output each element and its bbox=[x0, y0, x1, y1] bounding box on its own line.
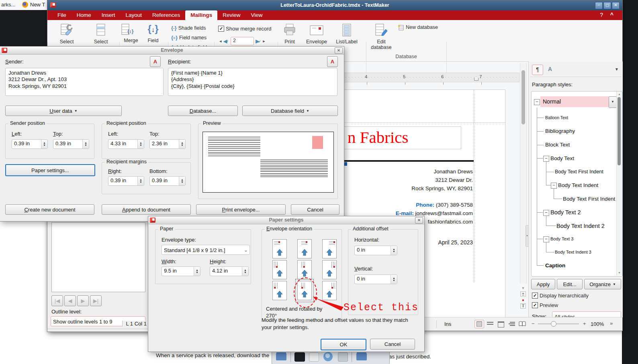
page-view-icon[interactable] bbox=[474, 320, 484, 328]
first-page-button[interactable]: |◀ bbox=[51, 295, 63, 306]
edit-database-button[interactable]: Edit database bbox=[369, 23, 393, 50]
print-envelope-button[interactable]: Print envelope... bbox=[196, 204, 286, 215]
zoom-slider[interactable] bbox=[538, 323, 579, 324]
styles-list-scrollbar[interactable]: ▲ ▼ bbox=[616, 92, 622, 275]
shade-fields-button[interactable]: {▪}Shade fields bbox=[171, 25, 206, 31]
create-new-document-button[interactable]: Create new document bbox=[5, 204, 94, 215]
horizontal-offset-spinner[interactable]: 0 in▲▼ bbox=[354, 246, 397, 255]
margin-bottom-spinner[interactable]: 0.39 in▲▼ bbox=[149, 176, 186, 186]
orientation-option-1[interactable] bbox=[272, 239, 287, 258]
style-item[interactable]: Caption bbox=[545, 262, 565, 268]
margin-right-spinner[interactable]: 0.39 in▲▼ bbox=[108, 176, 144, 186]
tab-file[interactable]: File bbox=[52, 10, 72, 20]
ribbon-collapse-icon[interactable]: ^ bbox=[610, 12, 613, 18]
height-spinner[interactable]: 4.12 in▲▼ bbox=[210, 266, 249, 276]
style-item[interactable]: Body Text Indent 3 bbox=[555, 250, 591, 254]
display-hierarchically-checkbox[interactable]: ✓Display hierarchically bbox=[532, 293, 589, 299]
browse-object2-icon[interactable]: Ŧ bbox=[520, 303, 526, 309]
folder2-icon[interactable] bbox=[356, 353, 367, 360]
style-item[interactable]: Body Text First Indent bbox=[555, 169, 603, 175]
preview-checkbox[interactable]: ✓Preview bbox=[532, 302, 558, 308]
new-tab-label[interactable]: New T bbox=[30, 2, 45, 8]
style-dropdown-button[interactable]: ▼ bbox=[609, 96, 617, 108]
globe-icon[interactable] bbox=[323, 352, 333, 361]
tab-references[interactable]: References bbox=[147, 10, 185, 20]
envelope-button[interactable]: Envelope bbox=[305, 23, 329, 45]
zoom-in-icon[interactable]: + bbox=[583, 321, 586, 327]
last-page-button[interactable]: ▶| bbox=[90, 295, 102, 306]
checkbox-checked-icon[interactable]: ✓ bbox=[532, 293, 538, 299]
spin-buttons-icon[interactable]: ▲▼ bbox=[137, 140, 144, 148]
select-records-button[interactable]: Select bbox=[55, 23, 78, 45]
sender-top-spinner[interactable]: 0.39 in▲▼ bbox=[53, 139, 89, 149]
outline-view-icon[interactable] bbox=[507, 320, 517, 328]
recipient-font-button[interactable]: A bbox=[327, 56, 338, 67]
style-item[interactable]: Normal bbox=[543, 98, 561, 105]
cancel-button[interactable]: Cancel bbox=[370, 339, 415, 350]
prev-page-button[interactable]: ◀ bbox=[64, 295, 76, 306]
append-to-document-button[interactable]: Append to document bbox=[102, 204, 191, 215]
character-style-mode-button[interactable]: A bbox=[545, 65, 555, 74]
record-number-input[interactable]: 2 bbox=[231, 37, 254, 45]
style-item[interactable]: Balloon Text bbox=[545, 115, 568, 120]
sender-textarea[interactable]: Jonathan Drews 3212 Dewar Dr., Apt. 103 … bbox=[5, 68, 164, 96]
tab-home[interactable]: Home bbox=[72, 10, 96, 20]
apply-button[interactable]: Apply bbox=[531, 279, 555, 289]
style-item[interactable]: Body Text 3 bbox=[550, 236, 573, 241]
browse-object-icon[interactable]: ± bbox=[520, 291, 526, 297]
next-page-button[interactable]: ▶ bbox=[77, 295, 89, 306]
spin-buttons-icon[interactable]: ▲▼ bbox=[391, 246, 397, 255]
vscroll-thumb[interactable] bbox=[521, 70, 525, 124]
tab-layout[interactable]: Layout bbox=[121, 10, 147, 20]
orientation-option-2[interactable] bbox=[297, 239, 312, 258]
organize-button[interactable]: Organize▼ bbox=[584, 279, 621, 289]
checkbox-checked-icon[interactable]: ✓ bbox=[532, 302, 538, 308]
database-button[interactable]: Database... bbox=[168, 106, 238, 116]
orientation-option-3[interactable] bbox=[322, 239, 337, 258]
status-more-icon[interactable]: » bbox=[610, 320, 613, 326]
sender-left-spinner[interactable]: 0.39 in▲▼ bbox=[12, 139, 48, 149]
close-icon[interactable]: ✕ bbox=[335, 47, 343, 54]
document-vscrollbar[interactable] bbox=[520, 63, 527, 284]
outline-pane[interactable] bbox=[51, 222, 145, 292]
style-item[interactable]: Bibliography bbox=[545, 128, 575, 134]
select-database-button[interactable]: Select bbox=[90, 23, 112, 45]
close-button[interactable]: ✕ bbox=[612, 2, 620, 9]
style-item[interactable]: Block Text bbox=[545, 142, 570, 148]
expander-icon[interactable]: − bbox=[543, 156, 549, 162]
scroll-up-icon[interactable]: ▼ bbox=[520, 286, 526, 290]
recipient-textarea[interactable]: {First name} {Name 1} {Address} {City}, … bbox=[168, 68, 337, 96]
ok-button[interactable]: OK bbox=[321, 339, 366, 350]
app-icon[interactable] bbox=[309, 352, 319, 362]
dialog-title-bar[interactable]: Envelope ✕ bbox=[0, 47, 344, 55]
spin-buttons-icon[interactable]: ▲▼ bbox=[41, 140, 47, 148]
field-button[interactable]: {↓} Field bbox=[143, 23, 163, 43]
web-view-icon[interactable] bbox=[496, 320, 506, 328]
vertical-offset-spinner[interactable]: 0 in▲▼ bbox=[354, 275, 397, 284]
envelope-type-select[interactable]: Standard [4 1/8 x 9 1/2 in.]⌄ bbox=[162, 245, 250, 255]
dialog-title-bar[interactable]: Paper settings ✕ bbox=[148, 216, 424, 224]
expander-icon[interactable]: − bbox=[534, 99, 540, 105]
scroll-down-icon[interactable]: ▼ bbox=[618, 271, 621, 274]
paper-settings-button[interactable]: Paper settings... bbox=[5, 164, 95, 176]
expander-icon[interactable]: − bbox=[543, 236, 549, 242]
style-item[interactable]: Body Text bbox=[550, 155, 574, 161]
spin-buttons-icon[interactable]: ▲▼ bbox=[242, 267, 248, 276]
spin-buttons-icon[interactable]: ▲▼ bbox=[194, 267, 200, 276]
title-bar[interactable]: LetterToLaura-OrchidFabric.tmdx - TextMa… bbox=[47, 0, 622, 10]
maximize-button[interactable]: ▢ bbox=[603, 2, 611, 9]
style-item[interactable]: Body Text Indent bbox=[558, 182, 598, 188]
show-merge-record-checkbox[interactable]: ✓ Show merge record bbox=[218, 26, 271, 32]
user-data-button[interactable]: User data▼ bbox=[5, 106, 122, 116]
orientation-option-6[interactable] bbox=[322, 260, 337, 279]
print-button[interactable]: Print bbox=[278, 23, 301, 45]
paragraph-style-mode-button[interactable]: ¶ bbox=[532, 65, 543, 75]
terminal-icon[interactable] bbox=[294, 352, 305, 362]
tab-insert[interactable]: Insert bbox=[96, 10, 121, 20]
style-item[interactable]: Body Text Indent 2 bbox=[556, 223, 605, 229]
prev-record-icon[interactable]: ◀✓ bbox=[223, 38, 229, 44]
spin-buttons-icon[interactable]: ▲▼ bbox=[391, 275, 397, 284]
merge-button[interactable]: {↕} Merge bbox=[121, 23, 141, 43]
minimize-button[interactable]: − bbox=[595, 2, 603, 9]
orientation-option-5[interactable] bbox=[297, 260, 312, 279]
